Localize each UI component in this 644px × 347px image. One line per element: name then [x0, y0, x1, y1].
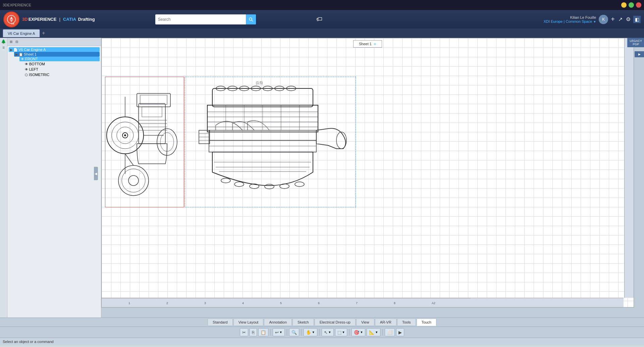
- minimize-button[interactable]: [621, 2, 627, 8]
- svg-rect-16: [142, 107, 162, 117]
- drawing-sheet: Sheet 1 + (1:5): [101, 38, 634, 307]
- separator-3: [301, 329, 302, 336]
- tree-item-front[interactable]: 👁 FRONT: [19, 57, 100, 61]
- search-button[interactable]: [246, 14, 256, 24]
- tree-area: ▶ 📄 V6 Car Engine A ▶ 📋 Sheet 1 👁 FRONT: [7, 46, 101, 318]
- tree-item-isometric[interactable]: ⬡ ISOMETRIC: [19, 72, 100, 77]
- front-view: [189, 82, 353, 206]
- zoom-button[interactable]: 🔍: [289, 328, 299, 336]
- tab-view-layout[interactable]: View Layout: [233, 319, 264, 326]
- svg-point-19: [128, 176, 139, 186]
- canvas-area[interactable]: Sheet 1 + (1:5): [101, 38, 644, 318]
- tab-tools[interactable]: Tools: [397, 319, 416, 326]
- tag-icon[interactable]: 🏷: [316, 16, 322, 23]
- sidebar: ⊞ ⊟ ▶ 📄 V6 Car Engine A ▶ 📋 Sheet 1: [7, 38, 101, 318]
- zoom-icon: 🔍: [291, 330, 297, 335]
- brand-catia: CATIA: [63, 17, 76, 22]
- close-button[interactable]: [636, 2, 641, 8]
- svg-line-20: [125, 154, 133, 165]
- frame-button[interactable]: ⬜: [385, 328, 395, 336]
- panel-arrow-icon: ▶: [638, 53, 641, 56]
- right-panel-toggle[interactable]: ▶: [635, 51, 644, 57]
- view-icon-4: ⬡: [25, 73, 28, 77]
- tab-view[interactable]: View: [356, 319, 374, 326]
- svg-point-51: [295, 182, 304, 187]
- cut-button[interactable]: ✂: [240, 328, 248, 336]
- svg-point-47: [234, 182, 244, 187]
- add-icon[interactable]: +: [611, 15, 615, 23]
- sidebar-collapse-handle[interactable]: ◀: [94, 167, 98, 180]
- user-info: Kilian Le Fouille XDI Europe | Common Sp…: [544, 15, 596, 23]
- brand-experience: EXPERIENCE: [29, 17, 57, 22]
- measure-dropdown[interactable]: ▼: [375, 331, 378, 334]
- search-input[interactable]: [155, 14, 246, 24]
- next-button[interactable]: ▶: [396, 328, 404, 336]
- user-space[interactable]: XDI Europe | Common Space ▼: [544, 19, 596, 23]
- copy-button[interactable]: ⎘: [250, 328, 257, 336]
- properties-icon[interactable]: ≡: [2, 45, 5, 50]
- tab-annotation[interactable]: Annotation: [264, 319, 292, 326]
- svg-text:8: 8: [394, 301, 395, 305]
- tab-standard[interactable]: Standard: [208, 319, 233, 326]
- sidebar-toolbar: ⊞ ⊟: [7, 38, 101, 46]
- chevron-down-icon: ▼: [593, 20, 596, 23]
- snap-dropdown[interactable]: ▼: [360, 331, 363, 334]
- tree-item-bottom[interactable]: 👁 BOTTOM: [19, 61, 100, 67]
- command-toolbar: ✂ ⎘ 📋 ↩ ▼ 🔍 ✋ ▼ ↖ ▼ ⬚ ▼: [0, 327, 644, 338]
- pan-dropdown[interactable]: ▼: [312, 331, 315, 334]
- vertical-ruler: [624, 38, 634, 298]
- toolbar-icons: + ↗ ⚙: [611, 15, 631, 23]
- search-icon: [249, 17, 253, 22]
- doc-icon: 📄: [13, 48, 17, 52]
- tree-item-v6-engine[interactable]: ▶ 📄 V6 Car Engine A: [9, 47, 100, 52]
- tree-icon[interactable]: 🌲: [1, 39, 6, 44]
- measure-button[interactable]: 📐 ▼: [367, 328, 380, 336]
- select-icon: ↖: [324, 330, 328, 335]
- settings-icon[interactable]: ⚙: [626, 16, 631, 22]
- restore-button[interactable]: [629, 2, 634, 8]
- tree-item-left[interactable]: 👁 LEFT: [19, 67, 100, 72]
- measure-icon: 📐: [369, 330, 374, 335]
- multiselect-dropdown[interactable]: ▼: [342, 331, 345, 334]
- tab-sketch[interactable]: Sketch: [292, 319, 314, 326]
- panel-toggle-icon[interactable]: ◧: [633, 16, 641, 23]
- app-icon: 3DEXPERIENCE: [3, 3, 31, 7]
- brand-module: Drafting: [78, 17, 95, 22]
- pan-button[interactable]: ✋ ▼: [304, 328, 317, 336]
- tree-item-sheet1[interactable]: ▶ 📋 Sheet 1: [14, 52, 100, 57]
- add-tab-button[interactable]: +: [42, 30, 45, 36]
- svg-text:6: 6: [318, 301, 320, 305]
- paste-button[interactable]: 📋: [258, 328, 268, 336]
- expand-icon[interactable]: ⊞: [9, 40, 13, 44]
- multiselect-icon: ⬚: [337, 330, 341, 335]
- add-sheet-button[interactable]: +: [374, 41, 376, 47]
- tab-v6-engine[interactable]: V6 Car Engine A: [3, 29, 40, 37]
- tab-touch[interactable]: Touch: [417, 319, 436, 326]
- tab-electrical[interactable]: Electrical Dress-up: [315, 319, 356, 326]
- svg-text:4: 4: [242, 301, 244, 305]
- main-area: 🌲 ≡ ⊞ ⊟ ▶ 📄 V6 Car Engine A ▶ 📋 Sheet 1: [0, 38, 644, 318]
- share-icon[interactable]: ↗: [618, 16, 623, 22]
- legacy-pgp-badge[interactable]: LEGACY PGP: [627, 38, 644, 47]
- view-icon-2: 👁: [25, 62, 28, 66]
- user-name: Kilian Le Fouille: [544, 15, 596, 19]
- svg-rect-24: [140, 95, 167, 105]
- select-button[interactable]: ↖ ▼: [322, 328, 334, 336]
- svg-text:1: 1: [128, 301, 130, 305]
- avatar[interactable]: K: [599, 15, 608, 24]
- undo-button[interactable]: ↩ ▼: [273, 328, 285, 336]
- sheet-icon: 📋: [19, 53, 23, 56]
- view-icon: 👁: [21, 57, 24, 61]
- select-dropdown[interactable]: ▼: [328, 331, 331, 334]
- status-text: Select an object or a command: [3, 340, 54, 344]
- svg-text:V,R: V,R: [11, 23, 14, 24]
- compass-button[interactable]: V,R: [3, 11, 19, 27]
- svg-text:5: 5: [280, 301, 282, 305]
- main-toolbar: V,R 3DEXPERIENCE | CATIA Drafting 🏷 Kili…: [0, 10, 644, 28]
- tab-ar-vr[interactable]: AR-VR: [375, 319, 396, 326]
- undo-dropdown[interactable]: ▼: [279, 331, 282, 334]
- snap-button[interactable]: 🎯 ▼: [352, 328, 365, 336]
- multiselect-button[interactable]: ⬚ ▼: [335, 328, 347, 336]
- separator-5: [349, 329, 350, 336]
- collapse-icon[interactable]: ⊟: [14, 40, 19, 44]
